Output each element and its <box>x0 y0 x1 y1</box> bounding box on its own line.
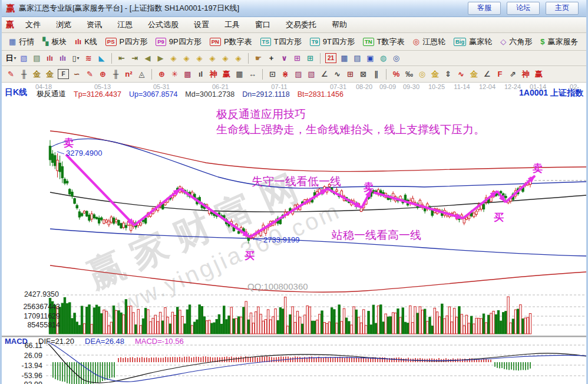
toolbar-icon-toolbar3-40[interactable]: ⇗ <box>507 68 519 80</box>
toolbar-icon-toolbar2-24[interactable]: ⊞ <box>304 52 316 64</box>
tool-赢家轮[interactable]: Big赢家轮 <box>450 37 496 47</box>
tool-行情[interactable]: ▦行情 <box>5 37 38 47</box>
toolbar-icon-toolbar2-16[interactable]: ◈ <box>206 52 219 64</box>
toolbar-icon-toolbar3-6[interactable]: ✎ <box>84 68 96 80</box>
toolbar-icon-toolbar3-17[interactable]: 赢 <box>220 68 233 80</box>
toolbar-icon-toolbar2-1[interactable]: ▧ <box>18 52 30 64</box>
menu-item-公式选股[interactable]: 公式选股 <box>140 18 186 32</box>
toolbar-icon-toolbar2-20[interactable]: ☛ <box>252 52 265 64</box>
tool-P数字表[interactable]: PNP数字表 <box>206 37 256 47</box>
toolbar-icon-toolbar2-30[interactable]: ◍ <box>377 52 389 64</box>
toolbar-icon-toolbar3-5[interactable]: ∽ <box>71 68 83 80</box>
toolbar-icon-toolbar3-23[interactable]: ▨ <box>292 68 305 80</box>
toolbar-icon-toolbar2-13[interactable]: ◈ <box>167 52 180 64</box>
toolbar-icon-toolbar3-35[interactable]: ⇕ <box>442 68 454 80</box>
toolbar-icon-toolbar3-18[interactable]: ▦ <box>233 68 246 80</box>
toolbar-icon-toolbar2-27[interactable]: ▦ <box>338 52 351 64</box>
toolbar-icon-toolbar2-31[interactable]: ◎ <box>390 52 402 64</box>
toolbar-icon-toolbar3-4[interactable]: F <box>58 69 69 79</box>
toolbar-icon-toolbar2-4[interactable]: ılı <box>57 52 69 64</box>
toolbar-icon-toolbar3-26[interactable]: ∿ <box>331 68 343 80</box>
toolbar-icon-toolbar2-17[interactable]: ◈ <box>219 52 232 64</box>
menu-item-资讯[interactable]: 资讯 <box>79 18 110 32</box>
toolbar-icon-toolbar3-28[interactable]: ⊠ <box>357 68 369 80</box>
tool-T数字表[interactable]: TNT数字表 <box>359 37 409 47</box>
toolbar-icon-toolbar2-18[interactable]: ◈ <box>232 52 245 64</box>
toolbar-icon-toolbar3-37[interactable]: 金 <box>468 68 480 80</box>
menu-item-浏览[interactable]: 浏览 <box>48 18 79 32</box>
toolbar-icon-toolbar2-11[interactable]: ◀ <box>141 52 154 64</box>
toolbar-icon-toolbar2-21[interactable]: + <box>265 52 278 64</box>
toolbar-icon-toolbar2-9[interactable]: ⇤ <box>115 52 128 64</box>
toolbar-icon-toolbar3-0[interactable]: ✎ <box>5 68 17 80</box>
toolbar-icon-toolbar3-41[interactable]: 神 <box>520 68 532 80</box>
toolbar-icon-toolbar3-9[interactable]: n² <box>123 68 135 80</box>
toolbar-icon-toolbar3-14[interactable]: ▩ <box>181 68 194 80</box>
toolbar-icon-toolbar3-31[interactable]: % <box>390 68 402 80</box>
toolbar-icon-toolbar2-15[interactable]: ◈ <box>193 52 206 64</box>
homepage-button[interactable]: 主页 <box>546 2 579 15</box>
toolbar-icon-toolbar3-22[interactable]: ⋇ <box>279 68 292 80</box>
chart-area[interactable]: 赢家财富网 www.yingjia360.com <box>0 83 588 384</box>
toolbar-icon-toolbar3-27[interactable]: ⊞ <box>344 68 356 80</box>
toolbar-icon-toolbar3-34[interactable]: 金 <box>429 68 441 80</box>
kline-chart-canvas[interactable] <box>0 83 588 384</box>
menu-item-交易委托[interactable]: 交易委托 <box>278 18 324 32</box>
toolbar-icon-toolbar2-0[interactable]: 日▾ <box>5 52 17 64</box>
toolbar-icon-toolbar3-39[interactable]: F <box>494 68 506 80</box>
toolbar-icon-toolbar3-10[interactable]: ◬ <box>136 68 148 80</box>
toolbar-icon-toolbar3-15[interactable]: ıl <box>194 68 207 80</box>
menu-item-工具[interactable]: 工具 <box>217 18 247 32</box>
forum-button[interactable]: 论坛 <box>507 2 540 15</box>
toolbar-icon-toolbar3-21[interactable]: ⊡ <box>266 68 279 80</box>
toolbar-icon-toolbar2-2[interactable]: ▤ <box>31 52 43 64</box>
toolbar-icon-toolbar2-29[interactable]: ▣ <box>364 52 376 64</box>
toolbar-icon-toolbar2-3[interactable]: ılı <box>44 52 56 64</box>
toolbar-icon-toolbar3-33[interactable]: ◎ <box>416 68 428 80</box>
tool-label: P数字表 <box>224 37 252 47</box>
toolbar-icon-toolbar2-28[interactable]: ▤ <box>351 52 364 64</box>
menu-items: 文件浏览资讯江恩公式选股设置工具窗口交易委托帮助 <box>18 18 355 32</box>
toolbar-icon-toolbar3-36[interactable]: ∿ <box>455 68 467 80</box>
toolbar-icon-toolbar2-6[interactable]: ≋ <box>82 52 95 64</box>
toolbar-icon-toolbar3-24[interactable]: ▧ <box>305 68 318 80</box>
menu-item-帮助[interactable]: 帮助 <box>324 18 355 32</box>
toolbar-icon-toolbar3-1[interactable]: ╫ <box>18 68 30 80</box>
toolbar-icon-toolbar3-29[interactable]: ∥ <box>370 68 382 80</box>
toolbar-icon-toolbar3-2[interactable]: 金 <box>31 68 43 80</box>
toolbar-icon-toolbar2-7[interactable]: ◣ <box>95 52 108 64</box>
toolbar-icon-toolbar3-42[interactable]: 赢 <box>533 68 545 80</box>
toolbar-icon-toolbar3-8[interactable]: ╫ <box>110 68 122 80</box>
tool-六角形[interactable]: ◇六角形 <box>496 37 536 47</box>
toolbar-icon-toolbar2-22[interactable]: ∨ <box>278 52 290 64</box>
toolbar-icon-toolbar3-3[interactable]: 金 <box>44 68 56 80</box>
toolbar-icon-toolbar2-26[interactable]: 21 <box>325 53 336 63</box>
toolbar-icon-toolbar2-5[interactable]: ▯▾ <box>70 52 82 64</box>
menu-item-江恩[interactable]: 江恩 <box>110 18 140 32</box>
menu-item-文件[interactable]: 文件 <box>18 18 48 32</box>
toolbar-icon-toolbar3-7[interactable]: ⊕ <box>97 68 109 80</box>
menu-item-窗口[interactable]: 窗口 <box>247 18 278 32</box>
toolbar-icon-toolbar3-12[interactable]: ⊕ <box>156 68 168 80</box>
customer-service-button[interactable]: 客服 <box>468 2 501 15</box>
tool-江恩轮[interactable]: ◎江恩轮 <box>409 37 450 47</box>
menu-item-设置[interactable]: 设置 <box>186 18 217 32</box>
toolbar-icon-toolbar2-12[interactable]: ▶ <box>154 52 167 64</box>
toolbar-icon-toolbar3-25[interactable]: ∠ <box>318 68 331 80</box>
toolbar-icon-toolbar3-38[interactable]: ∠ <box>481 68 493 80</box>
tool-板块[interactable]: ▚板块 <box>38 37 71 47</box>
toolbar-icon-toolbar3-32[interactable]: ‰ <box>403 68 415 80</box>
toolbar-icon-toolbar2-23[interactable]: ⊞ <box>291 52 303 64</box>
P数字表-icon: PN <box>210 38 221 46</box>
toolbar-icon-toolbar2-10[interactable]: ⇥ <box>128 52 141 64</box>
toolbar-icon-toolbar3-13[interactable]: ✳ <box>169 68 181 80</box>
tool-9P四方形[interactable]: P99P四方形 <box>151 37 206 47</box>
tool-9T四方形[interactable]: T99T四方形 <box>306 37 359 47</box>
toolbar-icon-toolbar3-16[interactable]: 神 <box>207 68 220 80</box>
toolbar-icon-toolbar2-14[interactable]: ◈ <box>180 52 193 64</box>
toolbar-icon-toolbar3-19[interactable]: ↔ <box>246 68 259 80</box>
tool-K线[interactable]: ılıK线 <box>71 37 101 47</box>
tool-T四方形[interactable]: TST四方形 <box>256 37 306 47</box>
tool-P四方形[interactable]: PSP四方形 <box>101 37 151 47</box>
tool-赢家服务[interactable]: $赢家服务 <box>536 37 582 47</box>
